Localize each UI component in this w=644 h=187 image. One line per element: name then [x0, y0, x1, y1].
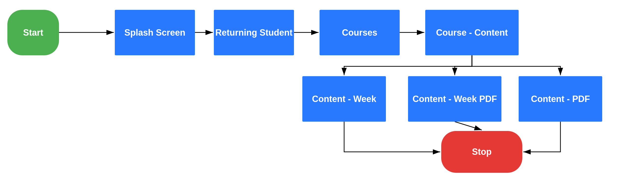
- stop-node: Stop: [441, 131, 522, 173]
- content-week-node: Content - Week: [302, 76, 386, 122]
- start-node: Start: [7, 10, 59, 55]
- svg-line-5: [455, 122, 482, 130]
- course-content-node: Course - Content: [425, 10, 519, 55]
- content-week-label: Content - Week: [312, 94, 376, 104]
- course-content-label: Course - Content: [436, 28, 508, 38]
- content-pdf-label: Content - PDF: [531, 94, 590, 104]
- courses-node: Courses: [320, 10, 400, 55]
- content-week-pdf-node: Content - Week PDF: [408, 76, 502, 122]
- returning-label: Returning Student: [215, 28, 292, 38]
- start-label: Start: [23, 28, 43, 38]
- content-week-pdf-label: Content - Week PDF: [412, 94, 497, 104]
- flowchart-canvas: Start Splash Screen Returning Student Co…: [0, 0, 644, 187]
- stop-label: Stop: [472, 147, 492, 157]
- returning-student-node: Returning Student: [214, 10, 294, 55]
- courses-label: Courses: [342, 28, 377, 38]
- splash-screen-node: Splash Screen: [115, 10, 195, 55]
- content-pdf-node: Content - PDF: [519, 76, 602, 122]
- splash-label: Splash Screen: [124, 28, 185, 38]
